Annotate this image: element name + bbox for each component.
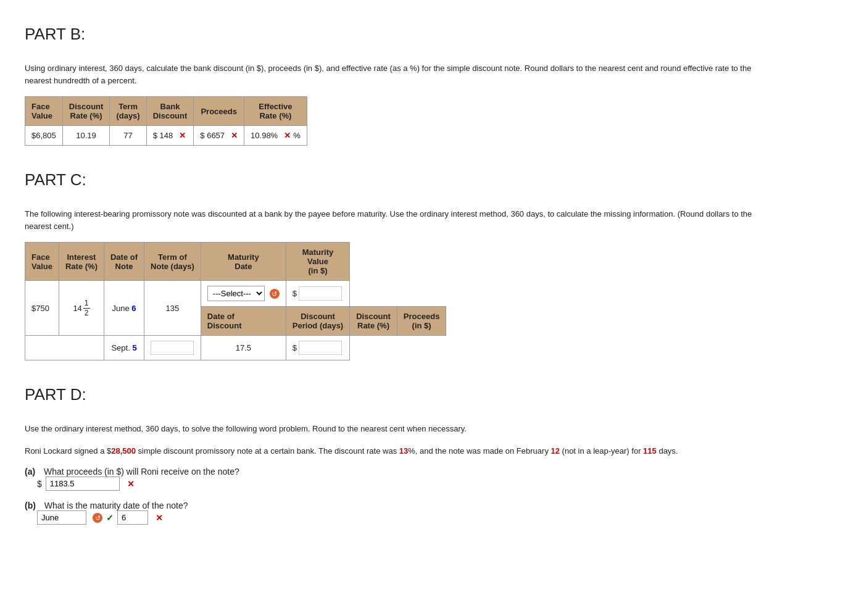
question-a: (a) What proceeds (in $) will Roni recei… xyxy=(25,467,839,491)
part-c-section: PART C: The following interest-bearing p… xyxy=(25,170,839,360)
part-d-section: PART D: Use the ordinary interest method… xyxy=(25,385,839,525)
col-face-value: FaceValue xyxy=(25,97,63,126)
col-c-interest-rate: InterestRate (%) xyxy=(59,243,104,281)
question-a-clear[interactable]: ✕ xyxy=(127,479,135,489)
part-b-section: PART B: Using ordinary interest, 360 day… xyxy=(25,25,839,146)
discount-period-input[interactable] xyxy=(151,341,194,355)
part-b-description: Using ordinary interest, 360 days, calcu… xyxy=(25,62,765,86)
part-c-top-row: $750 14 1 2 June 6 135 xyxy=(25,281,446,307)
col-discount-rate: DiscountRate (%) xyxy=(62,97,110,126)
cell-c-maturity-date: ---Select--- Oct. 19 Oct. 18 Oct. 20 ↺ xyxy=(201,281,286,307)
bank-discount-clear[interactable]: ✕ xyxy=(179,131,186,140)
part-c-discount-row: Sept. 5 17.5 $ xyxy=(25,336,446,360)
proceeds-clear[interactable]: ✕ xyxy=(231,131,238,140)
percent-label: % xyxy=(293,131,301,140)
part-b-table: FaceValue DiscountRate (%) Term(days) Ba… xyxy=(25,96,307,146)
col-discount-rate: DiscountRate (%) xyxy=(350,307,397,336)
cell-discount-period xyxy=(144,336,201,360)
cell-proceeds: $ 6657 ✕ xyxy=(194,126,244,146)
effective-rate-clear[interactable]: ✕ xyxy=(284,131,291,140)
check-icon: ✓ xyxy=(106,513,114,523)
col-c-maturity-value: MaturityValue(in $) xyxy=(286,243,349,281)
maturity-date-select[interactable]: ---Select--- Oct. 19 Oct. 18 Oct. 20 xyxy=(207,286,265,301)
table-row: $6,805 10.19 77 $ 148 ✕ $ 6657 ✕ xyxy=(25,126,307,146)
cell-c-term-of-note: 135 xyxy=(144,281,201,336)
cell-effective-rate: 10.98% ✕ % xyxy=(244,126,307,146)
question-a-text: (a) What proceeds (in $) will Roni recei… xyxy=(25,467,839,477)
proceeds-input[interactable] xyxy=(299,341,342,355)
part-c-description: The following interest-bearing promissor… xyxy=(25,208,765,232)
question-b-month-input[interactable] xyxy=(37,510,86,525)
month-select-icon[interactable]: ↺ xyxy=(93,513,102,523)
cell-face-value: $6,805 xyxy=(25,126,63,146)
question-a-answer: $ ✕ xyxy=(37,477,839,491)
part-b-title: PART B: xyxy=(25,25,839,44)
col-discount-period: DiscountPeriod (days) xyxy=(286,307,349,336)
cell-c-date-of-note: June 6 xyxy=(104,281,144,336)
cell-date-of-discount: Sept. 5 xyxy=(104,336,144,360)
cell-c-interest-rate: 14 1 2 xyxy=(59,281,104,336)
question-b-clear[interactable]: ✕ xyxy=(156,513,163,523)
part-d-description: Use the ordinary interest method, 360 da… xyxy=(25,423,765,435)
cell-proceeds-value: $ xyxy=(286,336,349,360)
part-d-problem: Roni Lockard signed a $28,500 simple dis… xyxy=(25,445,765,457)
part-c-title: PART C: xyxy=(25,170,839,189)
maturity-value-input[interactable] xyxy=(299,286,342,301)
col-effective-rate: EffectiveRate (%) xyxy=(244,97,307,126)
cell-bank-discount: $ 148 ✕ xyxy=(146,126,194,146)
col-proceeds-in: Proceeds(in $) xyxy=(397,307,446,336)
cell-term: 77 xyxy=(110,126,146,146)
question-b-text: (b) What is the maturity date of the not… xyxy=(25,501,839,510)
question-b-day-input[interactable] xyxy=(117,510,148,525)
col-proceeds: Proceeds xyxy=(194,97,244,126)
proceeds-value: $ 6657 xyxy=(200,131,225,140)
cell-discount-rate-value: 17.5 xyxy=(201,336,286,360)
col-c-term-of-note: Term ofNote (days) xyxy=(144,243,201,281)
question-b-answer: ↺ ✓ ✕ xyxy=(37,510,839,525)
question-b: (b) What is the maturity date of the not… xyxy=(25,501,839,525)
part-c-top-table: FaceValue InterestRate (%) Date ofNote T… xyxy=(25,242,446,360)
col-term: Term(days) xyxy=(110,97,146,126)
cell-c-maturity-value: $ xyxy=(286,281,349,307)
effective-rate-value: 10.98% xyxy=(251,131,278,140)
part-d-title: PART D: xyxy=(25,385,839,404)
col-c-maturity-date: MaturityDate xyxy=(201,243,286,281)
col-c-date-of-note: Date ofNote xyxy=(104,243,144,281)
select-icon[interactable]: ↺ xyxy=(270,289,280,299)
col-c-face-value: FaceValue xyxy=(25,243,59,281)
bank-discount-value: $ 148 xyxy=(153,131,173,140)
col-date-discount: Date ofDiscount xyxy=(201,307,286,336)
cell-c-face-value: $750 xyxy=(25,281,59,336)
cell-discount-rate: 10.19 xyxy=(62,126,110,146)
question-a-input[interactable] xyxy=(46,477,120,491)
col-bank-discount: BankDiscount xyxy=(146,97,194,126)
